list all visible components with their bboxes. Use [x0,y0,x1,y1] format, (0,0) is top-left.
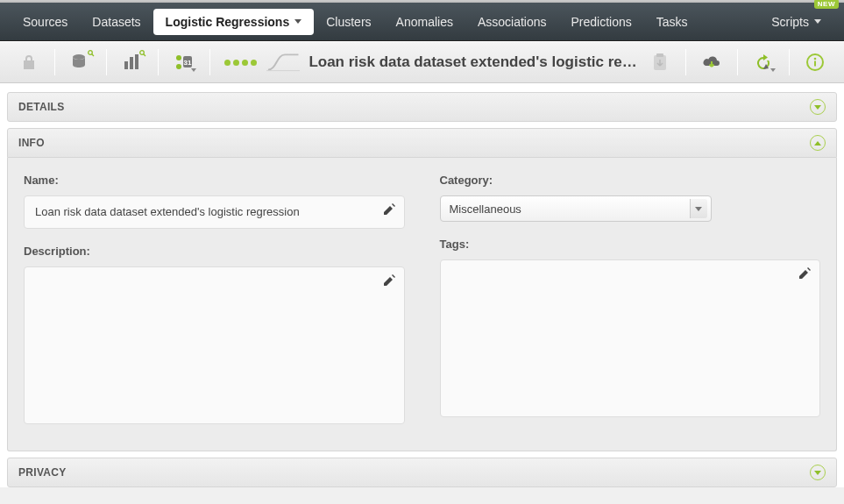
section-info-header[interactable]: INFO [7,128,837,158]
main-nav: Sources Datasets Logistic Regressions Cl… [0,3,844,41]
action-bar: 31 Loan risk data dataset extended's log… [0,41,844,83]
edit-icon[interactable] [798,267,811,280]
logistic-curve-icon [266,53,300,72]
category-value: Miscellaneous [450,202,521,216]
collapse-icon [810,135,826,151]
tags-input[interactable] [440,259,821,417]
nav-logistic-regressions[interactable]: Logistic Regressions [153,9,315,35]
page-title: Loan risk data dataset extended's logist… [309,53,638,71]
tags-label: Tags: [440,238,821,251]
nav-label: Logistic Regressions [166,15,290,29]
svg-point-8 [176,55,181,60]
magnifier-icon [88,50,95,57]
edit-icon[interactable] [383,274,395,287]
svg-line-7 [144,54,145,56]
nav-scripts-label: Scripts [771,15,809,29]
chevron-down-icon [294,19,301,24]
section-info-body: Name: Loan risk data dataset extended's … [7,158,837,451]
nav-scripts[interactable]: Scripts [759,9,833,35]
section-title: INFO [18,137,45,149]
chevron-down-icon [191,68,196,72]
category-label: Category: [440,174,821,187]
nav-datasets[interactable]: Datasets [80,9,152,35]
svg-rect-14 [656,53,663,57]
nav-anomalies[interactable]: Anomalies [384,9,465,35]
section-privacy-header[interactable]: PRIVACY [7,458,837,487]
category-select[interactable]: Miscellaneous [440,195,712,222]
description-label: Description: [24,245,405,258]
name-input[interactable]: Loan risk data dataset extended's logist… [24,195,405,229]
magnifier-icon [139,50,146,57]
svg-rect-3 [124,61,128,69]
svg-point-9 [176,64,181,69]
clipboard-button[interactable] [643,47,677,77]
description-input[interactable] [24,266,405,424]
source-icon-button[interactable] [64,47,97,77]
info-button[interactable] [798,47,832,77]
chevron-down-icon [770,68,776,72]
svg-rect-5 [135,54,138,69]
name-label: Name: [24,174,405,187]
section-title: DETAILS [18,101,65,113]
svg-rect-17 [814,61,816,67]
svg-rect-4 [130,57,133,69]
nav-associations[interactable]: Associations [465,9,559,35]
svg-point-0 [73,54,85,60]
expand-icon [810,465,826,480]
svg-point-1 [89,51,93,55]
svg-point-16 [814,58,817,60]
nav-clusters[interactable]: Clusters [314,9,383,35]
model-config-button[interactable]: 31 [167,47,201,77]
nav-tasks[interactable]: Tasks [644,9,700,35]
new-badge: NEW [814,0,839,9]
section-title: PRIVACY [18,466,67,479]
expand-icon [810,99,826,115]
dataset-icon-button[interactable] [116,47,149,77]
chevron-down-icon [690,199,707,218]
dots-icon [224,60,257,66]
svg-text:31: 31 [184,59,192,67]
section-details-header[interactable]: DETAILS [7,92,837,122]
svg-point-6 [140,51,145,55]
svg-line-2 [92,54,94,56]
chevron-down-icon [814,19,821,24]
name-value: Loan risk data dataset extended's logist… [35,205,300,218]
edit-icon[interactable] [383,203,395,216]
more-menu-button[interactable] [219,47,261,77]
cloud-download-button[interactable] [695,47,728,77]
nav-predictions[interactable]: Predictions [559,9,644,35]
refresh-button[interactable] [747,47,780,77]
nav-sources[interactable]: Sources [11,9,80,35]
privacy-lock-button[interactable] [12,47,46,77]
